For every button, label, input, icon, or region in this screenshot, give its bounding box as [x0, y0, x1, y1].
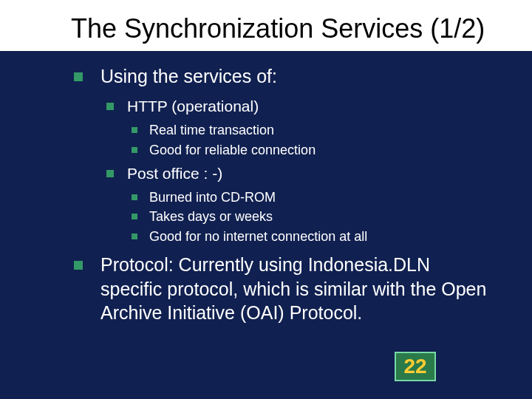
square-bullet-icon	[74, 72, 83, 81]
slide-title: The Synchronization Services (1/2)	[0, 0, 532, 51]
list-text: Protocol: Currently using Indonesia.DLN …	[100, 254, 486, 323]
list-text: Good for no internet connection at all	[149, 229, 367, 244]
list-item: Real time transaction	[132, 121, 495, 139]
list-text: Takes days or weeks	[149, 209, 273, 224]
list-text: HTTP (operational)	[127, 98, 259, 115]
square-bullet-icon	[132, 233, 137, 239]
list-text: Using the services of:	[100, 66, 277, 86]
bullet-list-level3: Real time transaction Good for reliable …	[132, 121, 495, 159]
list-text: Real time transaction	[149, 123, 274, 137]
list-item: Good for no internet connection at all	[132, 228, 495, 245]
list-item: Burned into CD-ROM	[132, 188, 495, 206]
bullet-list-level1: Using the services of: HTTP (operational…	[74, 64, 495, 324]
list-text: Burned into CD-ROM	[149, 190, 276, 205]
list-item: Good for reliable connection	[132, 141, 495, 159]
square-bullet-icon	[132, 214, 137, 219]
slide-body: Using the services of: HTTP (operational…	[0, 61, 532, 324]
square-bullet-icon	[106, 170, 114, 177]
list-item: Post office : -) Burned into CD-ROM Take…	[106, 163, 495, 245]
page-number: 22	[403, 355, 426, 378]
slide: The Synchronization Services (1/2) Using…	[0, 0, 532, 399]
square-bullet-icon	[132, 127, 137, 133]
list-text: Post office : -)	[127, 165, 222, 182]
square-bullet-icon	[106, 103, 114, 110]
list-item: HTTP (operational) Real time transaction…	[106, 96, 495, 159]
list-item: Using the services of: HTTP (operational…	[74, 64, 495, 245]
bullet-list-level2: HTTP (operational) Real time transaction…	[106, 96, 495, 245]
list-text: Good for reliable connection	[149, 143, 316, 157]
square-bullet-icon	[132, 147, 137, 153]
list-item: Protocol: Currently using Indonesia.DLN …	[74, 253, 495, 325]
bullet-list-level3: Burned into CD-ROM Takes days or weeks G…	[132, 188, 495, 245]
square-bullet-icon	[132, 194, 137, 200]
square-bullet-icon	[74, 261, 83, 270]
list-item: Takes days or weeks	[132, 208, 495, 225]
page-number-badge: 22	[395, 352, 436, 381]
